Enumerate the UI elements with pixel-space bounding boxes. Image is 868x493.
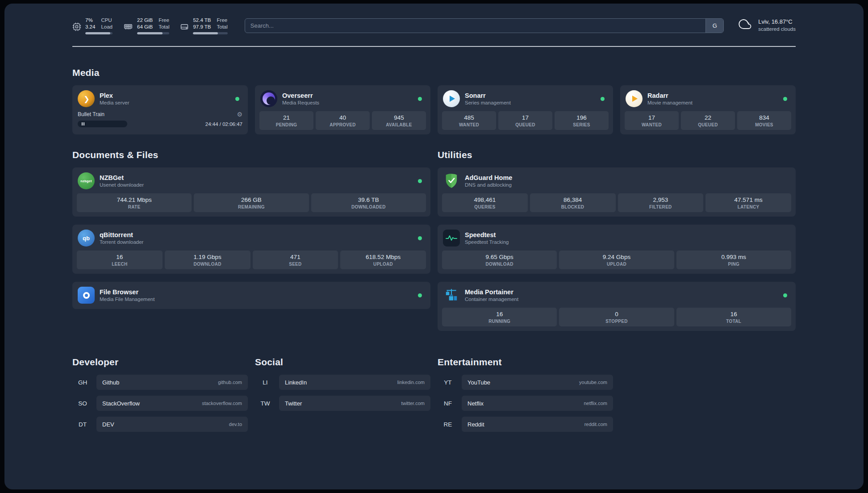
topbar-divider xyxy=(72,46,796,47)
bookmark-pill: Netflix netflix.com xyxy=(462,396,613,411)
bookmark-url: twitter.com xyxy=(401,401,425,406)
bookmark-name: StackOverflow xyxy=(102,400,140,407)
bookmark-name: Github xyxy=(102,379,119,386)
memory-free: 22 GiB xyxy=(137,17,153,24)
service-card-speedtest[interactable]: Speedtest Speedtest Tracking 9.65 Gbps D… xyxy=(438,225,796,274)
stat-block: 17 WANTED xyxy=(625,111,679,130)
service-text: qBittorrent Torrent downloader xyxy=(100,231,143,245)
stat-label: BLOCKED xyxy=(532,205,614,209)
stat-block: 9.24 Gbps UPLOAD xyxy=(559,251,674,269)
plex-icon: ❯ xyxy=(78,90,95,107)
service-card-portainer[interactable]: Media Portainer Container management 16 … xyxy=(438,282,796,331)
bookmark-name: DEV xyxy=(102,421,114,428)
disk-label-2: Total xyxy=(217,24,228,30)
service-name: NZBGet xyxy=(100,174,144,181)
service-subtitle: Media Requests xyxy=(282,100,319,105)
status-dot xyxy=(601,97,605,101)
pause-icon[interactable] xyxy=(82,122,84,125)
service-text: Plex Media server xyxy=(100,92,129,105)
cpu-widget: 7% 3.24 CPU Load xyxy=(72,17,113,34)
gear-icon[interactable]: ⚙ xyxy=(237,111,242,117)
bookmark-twitter[interactable]: TW Twitter twitter.com xyxy=(255,396,430,411)
service-card-plex[interactable]: ❯ Plex Media server Bullet Train ⚙ 24:44… xyxy=(72,85,248,134)
stat-block: 618.52 Mbps UPLOAD xyxy=(340,251,426,269)
stat-block: 21 PENDING xyxy=(259,111,313,130)
stats-row: 16 RUNNING 0 STOPPED 16 TOTAL xyxy=(442,308,791,326)
stats-row: 485 WANTED 17 QUEUED 196 SERIES xyxy=(442,111,609,130)
service-name: Media Portainer xyxy=(465,288,518,296)
adguard-shield-icon xyxy=(443,172,460,189)
search-bar: G xyxy=(245,18,724,33)
stat-value: 0 xyxy=(561,311,672,318)
stat-label: DOWNLOAD xyxy=(444,262,555,267)
service-name: Plex xyxy=(100,92,129,99)
nzbget-icon: nzbget xyxy=(78,172,95,189)
bookmark-pill: YouTube youtube.com xyxy=(462,375,613,390)
documents-cards: nzbget NZBGet Usenet downloader 744.21 M… xyxy=(72,167,430,309)
section-documents: Documents & Files nzbget NZBGet Usenet d… xyxy=(72,134,430,309)
bookmark-dev[interactable]: DT DEV dev.to xyxy=(72,417,248,432)
disk-readout: 52.4 TB 97.9 TB Free Total xyxy=(193,17,227,34)
stat-block: 47.571 ms LATENCY xyxy=(705,193,791,212)
memory-label-2: Total xyxy=(159,24,169,30)
two-column-sections: Documents & Files nzbget NZBGet Usenet d… xyxy=(72,134,796,331)
stat-block: 0.993 ms PING xyxy=(676,251,791,269)
service-subtitle: Media File Management xyxy=(100,297,154,302)
stats-row: 744.21 Mbps RATE 266 GB REMAINING 39.6 T… xyxy=(77,193,426,212)
stat-label: SERIES xyxy=(556,122,607,127)
cpu-labels: CPU Load xyxy=(101,17,113,30)
search-input[interactable] xyxy=(245,19,705,33)
disk-labels: Free Total xyxy=(217,17,228,30)
disk-values: 52.4 TB 97.9 TB xyxy=(193,17,211,30)
bookmark-group-title: Entertainment xyxy=(438,357,613,368)
search-provider-button[interactable]: G xyxy=(705,19,723,33)
stat-value: 945 xyxy=(374,114,424,121)
bookmark-stackoverflow[interactable]: SO StackOverflow stackoverflow.com xyxy=(72,396,248,411)
status-dot xyxy=(418,179,422,183)
stat-label: LATENCY xyxy=(707,205,789,209)
bookmark-url: youtube.com xyxy=(579,380,607,385)
service-card-sonarr[interactable]: Sonarr Series management 485 WANTED 17 Q… xyxy=(438,85,613,134)
bookmark-netflix[interactable]: NF Netflix netflix.com xyxy=(438,396,613,411)
stat-value: 47.571 ms xyxy=(707,196,789,203)
playback-progress-bar[interactable] xyxy=(78,121,127,127)
bookmark-url: stackoverflow.com xyxy=(202,401,242,406)
cpu-readout: 7% 3.24 CPU Load xyxy=(85,17,113,34)
service-text: Sonarr Series management xyxy=(465,92,511,105)
service-text: NZBGet Usenet downloader xyxy=(100,174,144,188)
stat-block: 9.65 Gbps DOWNLOAD xyxy=(442,251,557,269)
service-card-radarr[interactable]: Radarr Movie management 17 WANTED 22 QUE… xyxy=(620,85,796,134)
bookmark-abbr: NF xyxy=(438,400,458,407)
stat-value: 744.21 Mbps xyxy=(79,196,190,203)
stat-label: RUNNING xyxy=(444,319,555,324)
stats-row: 17 WANTED 22 QUEUED 834 MOVIES xyxy=(625,111,791,130)
service-card-filebrowser[interactable]: File Browser Media File Management xyxy=(72,282,430,309)
service-card-adguard[interactable]: AdGuard Home DNS and adblocking 498,461 … xyxy=(438,167,796,217)
service-subtitle: Series management xyxy=(465,100,511,105)
status-dot xyxy=(418,97,422,101)
dashboard-page: 7% 3.24 CPU Load xyxy=(4,4,864,489)
bookmark-youtube[interactable]: YT YouTube youtube.com xyxy=(438,375,613,390)
stat-value: 1.19 Gbps xyxy=(167,254,249,260)
utilities-cards: AdGuard Home DNS and adblocking 498,461 … xyxy=(438,167,796,331)
memory-icon xyxy=(123,17,133,34)
cpu-label-2: Load xyxy=(101,24,113,30)
service-card-nzbget[interactable]: nzbget NZBGet Usenet downloader 744.21 M… xyxy=(72,167,430,217)
bookmark-url: netflix.com xyxy=(584,401,607,406)
stat-block: 40 APPROVED xyxy=(316,111,370,130)
service-card-qbittorrent[interactable]: qb qBittorrent Torrent downloader 16 LEE… xyxy=(72,225,430,274)
stat-value: 485 xyxy=(444,114,494,121)
bookmark-linkedin[interactable]: LI LinkedIn linkedin.com xyxy=(255,375,430,390)
stat-value: 16 xyxy=(678,311,789,318)
bookmark-reddit[interactable]: RE Reddit reddit.com xyxy=(438,417,613,432)
weather-text: Lviv, 16.87°C scattered clouds xyxy=(758,18,796,32)
service-card-overseerr[interactable]: Overseerr Media Requests 21 PENDING 40 A… xyxy=(255,85,430,134)
disk-icon xyxy=(180,17,189,34)
status-dot xyxy=(418,236,422,240)
memory-label-1: Free xyxy=(159,17,169,24)
disk-widget: 52.4 TB 97.9 TB Free Total xyxy=(180,17,227,34)
bookmark-name: Reddit xyxy=(467,421,484,428)
stat-label: AVAILABLE xyxy=(374,122,424,127)
bookmark-github[interactable]: GH Github github.com xyxy=(72,375,248,390)
stats-row: 16 LEECH 1.19 Gbps DOWNLOAD 471 SEED 6 xyxy=(77,251,426,269)
